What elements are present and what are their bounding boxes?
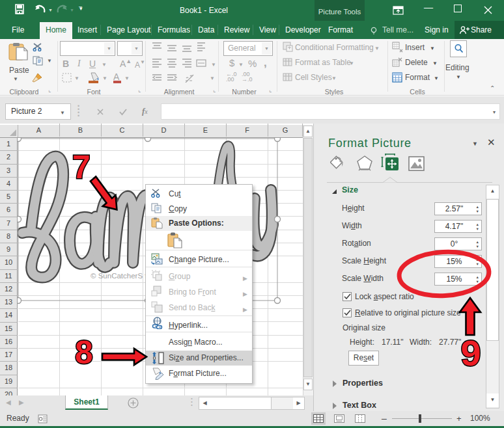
svg-text:9: 9 bbox=[460, 332, 481, 373]
svg-text:8: 8 bbox=[75, 334, 93, 371]
svg-text:7: 7 bbox=[72, 149, 91, 185]
